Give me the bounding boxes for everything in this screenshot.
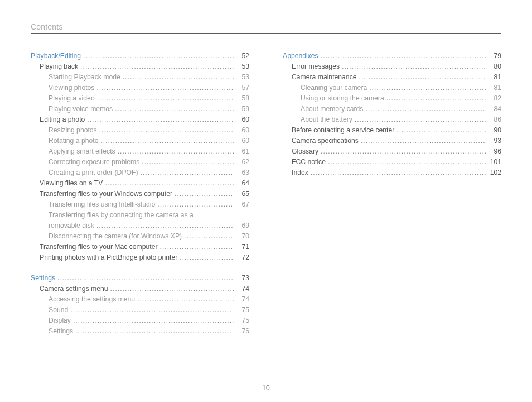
toc-entry[interactable]: Sound75 [31, 305, 249, 315]
toc-entry[interactable]: Transferring files by connecting the cam… [31, 210, 249, 221]
toc-entry[interactable]: Viewing photos57 [31, 83, 249, 93]
toc-page-number: 57 [236, 83, 249, 93]
toc-label: Error messages [292, 61, 340, 72]
header-title: Contents [31, 22, 501, 34]
toc-entry[interactable]: Cleaning your camera81 [283, 83, 501, 93]
toc-label: Appendixes [283, 51, 318, 61]
toc-entry[interactable]: Correcting exposure problems62 [31, 157, 249, 168]
toc-leaders [321, 51, 486, 61]
toc-label: Correcting exposure problems [49, 157, 139, 168]
toc-entry[interactable]: Transferring files using Intelli-studio6… [31, 199, 249, 210]
toc-page-number: 74 [236, 294, 249, 305]
toc-entry[interactable]: Settings76 [31, 326, 249, 337]
toc-entry[interactable]: Camera specifications93 [283, 136, 501, 146]
toc-page-number: 76 [236, 326, 249, 337]
toc-entry[interactable]: Transferring files to your Windows compu… [31, 189, 249, 199]
toc-page-number: 102 [488, 168, 501, 178]
toc-page-number: 65 [236, 189, 249, 199]
toc-label: Printing photos with a PictBridge photo … [40, 252, 177, 263]
toc-entry[interactable]: Camera maintenance81 [283, 72, 501, 83]
toc-page-number: 90 [488, 125, 501, 136]
toc-label: Glossary [292, 146, 318, 157]
toc-label: Creating a print order (DPOF) [49, 168, 138, 178]
toc-label: Resizing photos [49, 125, 97, 136]
toc-leaders [97, 93, 234, 104]
toc-page-number: 75 [236, 315, 249, 326]
toc-page-number: 86 [488, 114, 501, 125]
toc-label: About memory cards [301, 104, 363, 114]
toc-label: Transferring files using Intelli-studio [49, 199, 155, 210]
toc-leaders [386, 93, 486, 104]
toc-entry[interactable]: Transferring files to your Mac computer7… [31, 242, 249, 252]
toc-column-left: Playback/Editing52Playing back53Starting… [31, 51, 249, 337]
page-container: Contents Playback/Editing52Playing back5… [0, 0, 532, 402]
toc-entry[interactable]: Using or storing the camera82 [283, 93, 501, 104]
toc-leaders [365, 104, 486, 114]
toc-leaders [87, 114, 234, 125]
toc-leaders [157, 199, 234, 210]
toc-entry[interactable]: Playing a video58 [31, 93, 249, 104]
toc-entry[interactable]: FCC notice101 [283, 157, 501, 168]
toc-entry[interactable]: About the battery86 [283, 114, 501, 125]
toc-entry[interactable]: Error messages80 [283, 61, 501, 72]
toc-entry[interactable]: Accessing the settings menu74 [31, 294, 249, 305]
toc-label: Using or storing the camera [301, 93, 384, 104]
toc-columns: Playback/Editing52Playing back53Starting… [31, 51, 501, 337]
toc-entry[interactable]: Before contacting a service center90 [283, 125, 501, 136]
toc-entry[interactable]: Display75 [31, 315, 249, 326]
toc-entry[interactable]: Index102 [283, 168, 501, 178]
toc-page-number: 70 [236, 231, 249, 242]
toc-entry[interactable]: Applying smart effects61 [31, 146, 249, 157]
toc-leaders [118, 146, 234, 157]
toc-page-number: 52 [236, 51, 249, 61]
section-gap [31, 263, 249, 273]
toc-leaders [180, 252, 234, 263]
toc-entry[interactable]: Printing photos with a PictBridge photo … [31, 252, 249, 263]
toc-label: Playing back [40, 61, 78, 72]
toc-entry[interactable]: removable disk69 [31, 221, 249, 231]
toc-entry[interactable]: Viewing files on a TV64 [31, 178, 249, 189]
toc-label: Rotating a photo [49, 136, 98, 146]
toc-leaders [175, 189, 234, 199]
toc-leaders [105, 178, 234, 189]
toc-leaders [96, 221, 234, 231]
toc-entry[interactable]: Creating a print order (DPOF)63 [31, 168, 249, 178]
toc-label: Sound [49, 305, 68, 315]
toc-page-number: 73 [236, 273, 249, 284]
header-divider [31, 34, 501, 34]
toc-entry[interactable]: Playing back53 [31, 61, 249, 72]
toc-page-number: 72 [236, 252, 249, 263]
toc-page-number: 53 [236, 61, 249, 72]
page-number: 10 [0, 384, 532, 392]
toc-entry[interactable]: Camera settings menu74 [31, 284, 249, 294]
toc-label: Before contacting a service center [292, 125, 394, 136]
toc-entry[interactable]: Starting Playback mode53 [31, 72, 249, 83]
toc-entry[interactable]: Glossary96 [283, 146, 501, 157]
toc-page-number: 58 [236, 93, 249, 104]
toc-leaders [342, 61, 486, 72]
toc-leaders [100, 136, 234, 146]
toc-label: Starting Playback mode [49, 72, 120, 83]
toc-label: Cleaning your camera [301, 83, 367, 93]
toc-entry[interactable]: Playing voice memos59 [31, 104, 249, 114]
toc-section-link[interactable]: Settings73 [31, 273, 249, 284]
toc-section-link[interactable]: Playback/Editing52 [31, 51, 249, 61]
toc-section-link[interactable]: Appendixes79 [283, 51, 501, 61]
toc-label: Settings [49, 326, 73, 337]
toc-page-number: 60 [236, 136, 249, 146]
toc-leaders [75, 326, 234, 337]
toc-leaders [99, 125, 234, 136]
toc-entry[interactable]: Rotating a photo60 [31, 136, 249, 146]
toc-page-number: 82 [488, 93, 501, 104]
toc-entry[interactable]: Disconnecting the camera (for Windows XP… [31, 231, 249, 242]
toc-page-number: 67 [236, 199, 249, 210]
toc-page-number: 101 [488, 157, 501, 168]
toc-page-number: 61 [236, 146, 249, 157]
toc-page-number: 69 [236, 221, 249, 231]
toc-page-number: 84 [488, 104, 501, 114]
toc-entry[interactable]: Editing a photo60 [31, 114, 249, 125]
toc-leaders [396, 125, 486, 136]
toc-entry[interactable]: About memory cards84 [283, 104, 501, 114]
toc-leaders [355, 114, 486, 125]
toc-entry[interactable]: Resizing photos60 [31, 125, 249, 136]
